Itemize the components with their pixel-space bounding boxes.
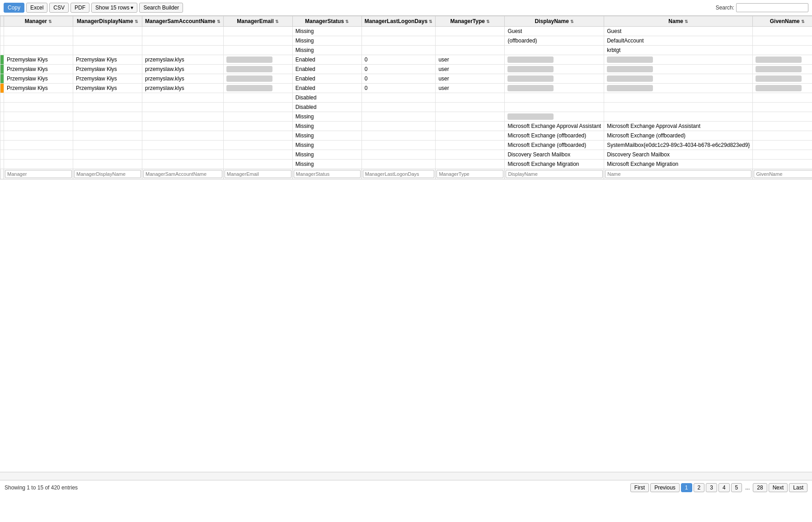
cell-managerSamAccountName — [142, 112, 224, 122]
cell-name: ████████████ — [604, 55, 753, 65]
table-row: MissingMicrosoft Exchange (offboarded)Sy… — [0, 141, 812, 150]
col-header-name[interactable]: Name ⇅ — [604, 16, 753, 27]
next-page-button[interactable]: Next — [769, 483, 788, 492]
col-header-manager[interactable]: Manager ⇅ — [4, 16, 73, 27]
cell-managerLastLogonDays: 0 — [361, 84, 436, 93]
cell-managerStatus: Missing — [292, 112, 361, 122]
cell-managerType — [436, 122, 505, 131]
horizontal-scrollbar[interactable] — [0, 472, 812, 480]
col-header-displayName[interactable]: DisplayName ⇅ — [505, 16, 604, 27]
row-indicator — [0, 93, 4, 103]
filter-managerType[interactable] — [437, 170, 503, 178]
chevron-down-icon: ▾ — [131, 5, 133, 11]
cell-managerLastLogonDays — [361, 131, 436, 141]
cell-managerSamAccountName: przemyslaw.klys — [142, 65, 224, 74]
table-row: Przemysław KłysPrzemysław Kłysprzemyslaw… — [0, 74, 812, 84]
filter-displayName[interactable] — [506, 170, 603, 178]
cell-managerStatus: Disabled — [292, 103, 361, 112]
cell-managerLastLogonDays — [361, 112, 436, 122]
cell-managerSamAccountName — [142, 160, 224, 169]
cell-managerType — [436, 27, 505, 36]
cell-managerDisplayName — [73, 112, 142, 122]
show-rows-dropdown[interactable]: Show 15 rows ▾ — [91, 3, 137, 13]
cell-givenName — [753, 160, 812, 169]
cell-manager: Przemysław Kłys — [4, 65, 73, 74]
table-row: MissingGuestGuest — [0, 27, 812, 36]
filter-name[interactable] — [605, 170, 751, 178]
page-ellipsis: ... — [743, 484, 751, 492]
cell-givenName — [753, 112, 812, 122]
cell-displayName: Microsoft Exchange Migration — [505, 160, 604, 169]
col-header-managerStatus[interactable]: ManagerStatus ⇅ — [292, 16, 361, 27]
search-input[interactable] — [736, 3, 808, 12]
toolbar: Copy Excel CSV PDF Show 15 rows ▾ Search… — [0, 0, 812, 16]
cell-managerDisplayName: Przemysław Kłys — [73, 55, 142, 65]
filter-managerEmail[interactable] — [225, 170, 291, 178]
filter-row — [0, 169, 812, 179]
cell-manager: Przemysław Kłys — [4, 84, 73, 93]
cell-givenName: ████████████ — [753, 65, 812, 74]
cell-name: DefaultAccount — [604, 36, 753, 46]
filter-givenName[interactable] — [754, 170, 812, 178]
cell-managerLastLogonDays — [361, 103, 436, 112]
col-header-managerDisplayName[interactable]: ManagerDisplayName ⇅ — [73, 16, 142, 27]
cell-managerStatus: Enabled — [292, 84, 361, 93]
page-5-button[interactable]: 5 — [731, 483, 742, 492]
row-indicator — [0, 141, 4, 150]
col-header-managerSamAccountName[interactable]: ManagerSamAccountName ⇅ — [142, 16, 224, 27]
cell-managerStatus: Enabled — [292, 65, 361, 74]
cell-managerDisplayName — [73, 122, 142, 131]
cell-managerSamAccountName — [142, 122, 224, 131]
showing-info: Showing 1 to 15 of 420 entries — [5, 484, 78, 491]
cell-managerLastLogonDays — [361, 122, 436, 131]
cell-managerLastLogonDays — [361, 27, 436, 36]
page-28-button[interactable]: 28 — [753, 483, 767, 492]
cell-displayName: Microsoft Exchange (offboarded) — [505, 131, 604, 141]
cell-managerEmail: ████████████ — [223, 84, 292, 93]
cell-manager: Przemysław Kłys — [4, 74, 73, 84]
col-header-managerType[interactable]: ManagerType ⇅ — [436, 16, 505, 27]
row-indicator — [0, 74, 4, 84]
filter-managerDisplayName[interactable] — [74, 170, 141, 178]
copy-button[interactable]: Copy — [4, 3, 24, 13]
page-1-button[interactable]: 1 — [681, 483, 692, 492]
search-builder-button[interactable]: Search Builder — [139, 3, 183, 13]
row-indicator — [0, 112, 4, 122]
table-row: Przemysław KłysPrzemysław Kłysprzemyslaw… — [0, 84, 812, 93]
filter-managerStatus[interactable] — [294, 170, 361, 178]
cell-manager — [4, 103, 73, 112]
csv-button[interactable]: CSV — [49, 3, 69, 13]
first-page-button[interactable]: First — [630, 483, 649, 492]
cell-managerType — [436, 103, 505, 112]
cell-managerEmail — [223, 103, 292, 112]
filter-managerLastLogonDays[interactable] — [363, 170, 435, 178]
excel-button[interactable]: Excel — [26, 3, 47, 13]
cell-managerStatus: Missing — [292, 46, 361, 55]
previous-page-button[interactable]: Previous — [650, 483, 680, 492]
col-header-givenName[interactable]: GivenName ⇅ — [753, 16, 812, 27]
cell-managerSamAccountName — [142, 93, 224, 103]
cell-managerEmail — [223, 131, 292, 141]
page-2-button[interactable]: 2 — [694, 483, 705, 492]
col-header-managerEmail[interactable]: ManagerEmail ⇅ — [223, 16, 292, 27]
last-page-button[interactable]: Last — [789, 483, 807, 492]
cell-givenName — [753, 131, 812, 141]
pdf-button[interactable]: PDF — [70, 3, 89, 13]
cell-name: ████████████ — [604, 65, 753, 74]
page-4-button[interactable]: 4 — [718, 483, 730, 492]
filter-manager[interactable] — [5, 170, 72, 178]
row-indicator — [0, 122, 4, 131]
filter-managerSamAccountName[interactable] — [143, 170, 222, 178]
col-header-managerLastLogonDays[interactable]: ManagerLastLogonDays ⇅ — [361, 16, 436, 27]
cell-managerEmail — [223, 150, 292, 160]
cell-name: ████████████ — [604, 84, 753, 93]
cell-managerType: user — [436, 84, 505, 93]
page-3-button[interactable]: 3 — [706, 483, 717, 492]
table-row: MissingDiscovery Search MailboxDiscovery… — [0, 150, 812, 160]
cell-managerDisplayName: Przemysław Kłys — [73, 65, 142, 74]
cell-managerType: user — [436, 55, 505, 65]
table-row: Przemysław KłysPrzemysław Kłysprzemyslaw… — [0, 65, 812, 74]
row-indicator — [0, 103, 4, 112]
cell-givenName — [753, 122, 812, 131]
row-indicator — [0, 131, 4, 141]
